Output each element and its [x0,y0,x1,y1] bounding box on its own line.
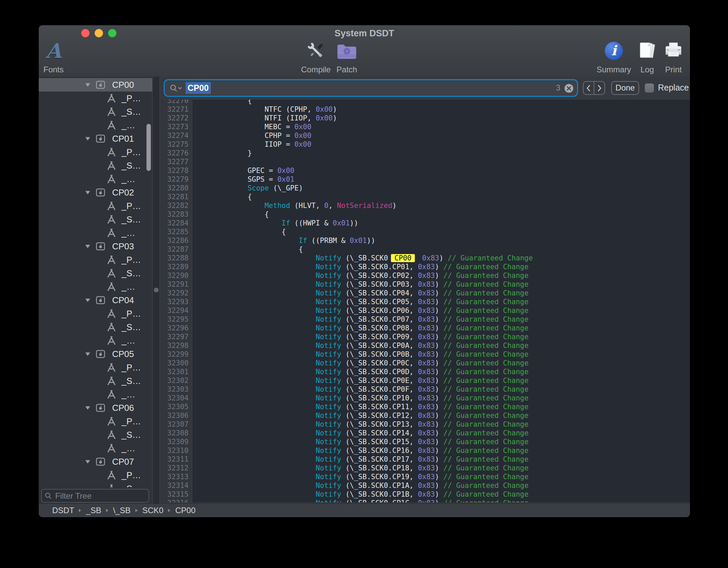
filter-tree-input[interactable] [55,491,148,501]
tree-item-label: CP00 [112,78,134,92]
code-line: Notify (\_SB.SCK0.CP10, 0x83) // Guarant… [213,394,533,402]
code-line: Notify (\_SB.SCK0.CP0D, 0x83) // Guarant… [213,367,533,376]
tree-item-_[interactable]: _… [39,118,152,132]
tree-item-CP05[interactable]: CP05 [39,347,152,361]
find-search-field[interactable]: CP00 3 [165,80,577,96]
disclosure-triangle-icon[interactable] [85,245,90,248]
tree-item-_P[interactable]: _P… [39,145,152,159]
disclosure-triangle-icon[interactable] [85,137,90,141]
breadcrumb-item[interactable]: DSDT [52,506,74,515]
search-query-text: CP00 [186,82,211,94]
tree-item-_S[interactable]: _S… [39,320,152,334]
patch-label: Patch [332,65,362,74]
line-number: 32284 [160,219,189,227]
tree-item-_[interactable]: _… [39,334,152,347]
done-button[interactable]: Done [611,81,639,95]
line-number: 32315 [160,490,189,499]
tree-item-_P[interactable]: _P… [39,253,152,267]
fonts-button[interactable]: A Fonts [41,37,66,74]
compile-button[interactable]: Compile [297,37,334,74]
code-text[interactable]: { NTFC (CPHP, 0x00) NTFI (IIOP, 0x00) ME… [192,100,533,502]
tree-item-_P[interactable]: _P… [39,92,152,105]
line-number: 32278 [160,166,189,175]
tree-item-_S[interactable]: _S… [39,159,152,172]
tree-item-_[interactable]: _… [39,441,152,455]
line-number: 32288 [160,254,189,262]
tree-item-_P[interactable]: _P… [39,307,152,320]
disclosure-triangle-icon[interactable] [85,406,90,410]
disclosure-triangle-icon[interactable] [85,83,90,87]
tree-item-CP01[interactable]: CP01 [39,132,152,145]
chevron-right-icon [597,85,602,92]
window-title: System DSDT [39,28,690,39]
pane-divider[interactable] [152,77,160,503]
log-button[interactable]: Log [635,37,659,74]
line-number: 32314 [160,481,189,490]
disclosure-triangle-icon[interactable] [85,352,90,356]
breadcrumb-separator-icon [78,508,81,512]
tree-item-_S[interactable]: _S… [39,105,152,118]
code-line: Notify (\_SB.SCK0.CP05, 0x83) // Guarant… [213,297,533,306]
tree-item-_[interactable]: _… [39,388,152,401]
sidebar-scrollbar-thumb[interactable] [146,124,151,171]
tree-item-_[interactable]: _… [39,226,152,240]
line-number: 32292 [160,289,189,297]
tree-item-_P[interactable]: _P… [39,199,152,213]
tree-item-_S[interactable]: _S… [39,213,152,226]
code-line: Notify (\_SB.SCK0.CP14, 0x83) // Guarant… [213,429,533,437]
code-line: Notify (\_SB.SCK0.CP0C, 0x83) // Guarant… [213,359,533,367]
tree-item-_S[interactable]: _S… [39,428,152,441]
tree-item-label: _… [122,172,135,186]
filter-tree-field[interactable] [41,489,149,503]
breadcrumb-item[interactable]: CP00 [175,506,195,515]
search-menu-icon[interactable] [169,84,184,92]
find-bar: CP00 3 Done [160,77,690,100]
tree-item-label: _… [122,280,135,293]
breadcrumb-item[interactable]: _SB [86,506,101,515]
tree-item-CP04[interactable]: CP04 [39,293,152,307]
clear-search-icon[interactable] [564,84,573,93]
print-button[interactable]: Print [660,37,687,74]
code-line: Notify (\_SB.SCK0.CP15, 0x83) // Guarant… [213,437,533,446]
method-icon [107,94,116,103]
code-line: { [213,100,533,105]
tree-item-label: _S… [122,428,141,441]
tree-item-_S[interactable]: _S… [39,374,152,388]
tree-item-CP00[interactable]: CP00 [39,78,152,92]
tree-item-CP06[interactable]: CP06 [39,401,152,415]
disclosure-triangle-icon[interactable] [85,460,90,464]
log-label: Log [635,65,659,74]
scope-icon [96,135,105,143]
find-next-button[interactable] [594,82,604,94]
line-number: 32270 [160,100,189,105]
breadcrumb-item[interactable]: \_SB [113,506,131,515]
divider-handle-icon[interactable] [154,288,159,292]
search-icon [45,492,52,499]
tree-item-_[interactable]: _… [39,172,152,186]
tree-item-_S[interactable]: _S… [39,267,152,280]
disclosure-triangle-icon[interactable] [85,298,90,302]
scope-icon [96,296,105,304]
compile-tools-icon [305,41,326,61]
replace-checkbox[interactable] [645,83,654,93]
tree-item-_S[interactable]: _S… [39,482,152,487]
find-previous-button[interactable] [584,82,594,94]
code-editor[interactable]: 3227032271322723227332274322753227632277… [160,100,690,502]
patch-button[interactable]: Patch [332,37,362,74]
code-line: Notify (\_SB.SCK0.CP01, 0x83) // Guarant… [213,262,533,271]
tree-item-CP02[interactable]: CP02 [39,186,152,199]
tree-item-_P[interactable]: _P… [39,468,152,482]
tree-item-_[interactable]: _… [39,280,152,293]
code-line: If ((PRBM & 0x01)) [213,236,533,245]
tree-item-CP03[interactable]: CP03 [39,240,152,253]
disclosure-triangle-icon[interactable] [85,191,90,194]
tree-item-_P[interactable]: _P… [39,415,152,428]
tree-item-label: _P… [122,145,141,159]
scope-icon [96,188,105,197]
breadcrumb-item[interactable]: SCK0 [142,506,164,515]
tree-item-_P[interactable]: _P… [39,361,152,374]
summary-button[interactable]: i Summary [595,37,632,74]
scope-icon [96,242,105,250]
code-line: Notify (\_SB.SCK0.CP08, 0x83) // Guarant… [213,324,533,332]
tree-item-CP07[interactable]: CP07 [39,455,152,468]
